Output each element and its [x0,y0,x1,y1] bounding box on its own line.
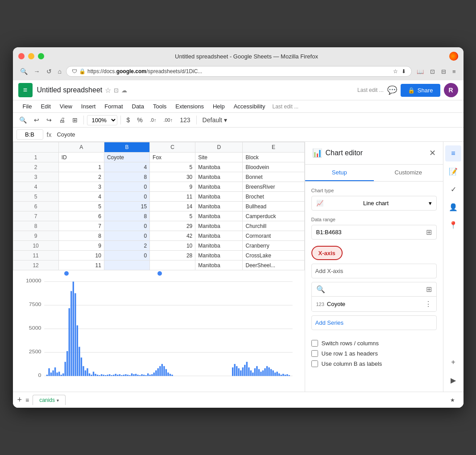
undo-button[interactable]: ↩ [31,115,42,125]
cell-c10[interactable]: 10 [150,241,195,251]
col-header-b[interactable]: B [104,142,149,153]
cell-d4[interactable]: Manitoba [195,182,243,192]
star-favorite-icon[interactable]: ☆ [105,86,111,95]
tasks-toolbar-button[interactable]: ✓ [445,181,461,197]
cell-d2[interactable]: Manitoba [195,162,243,172]
cell-a10[interactable]: 9 [58,241,104,251]
cell-b4[interactable]: 0 [104,182,149,192]
cell-a9[interactable]: 8 [58,231,104,241]
tab-setup[interactable]: Setup [305,165,374,181]
cell-c4[interactable]: 9 [150,182,195,192]
cell-d8[interactable]: Manitoba [195,221,243,231]
search-toolbar-button[interactable]: 🔍 [17,115,29,125]
cell-d3[interactable]: Manitoba [195,172,243,182]
menu-data[interactable]: Data [128,100,149,112]
cell-c3[interactable]: 30 [150,172,195,182]
extensions-button[interactable]: ≡ [450,67,458,76]
cell-c6[interactable]: 14 [150,202,195,211]
cell-b8[interactable]: 0 [104,221,149,231]
menu-extensions[interactable]: Extensions [171,100,208,112]
cell-e12[interactable]: DeerSheel... [243,261,304,270]
minimize-window-button[interactable] [28,53,34,59]
cell-e9[interactable]: Cormorant [243,231,304,241]
cell-e10[interactable]: Cranberry [243,241,304,251]
col-header-e[interactable]: E [243,142,304,153]
use-row1-checkbox[interactable] [311,350,318,357]
decimal-less-button[interactable]: .0↑ [147,116,159,124]
cell-d7[interactable]: Manitoba [195,211,243,221]
menu-edit[interactable]: Edit [36,100,55,112]
share-button[interactable]: 🔒 Share [401,84,440,97]
cell-a12[interactable]: 11 [58,261,104,270]
menu-insert[interactable]: Insert [77,100,100,112]
cell-a5[interactable]: 4 [58,192,104,202]
pip-button[interactable]: ⊡ [428,67,437,76]
cell-d9[interactable]: Manitoba [195,231,243,241]
contacts-toolbar-button[interactable]: 👤 [445,199,461,215]
chart-type-select[interactable]: 📈 Line chart ▾ [311,196,437,211]
cell-b9[interactable]: 0 [104,231,149,241]
cell-b12[interactable] [104,261,149,270]
cell-c11[interactable]: 28 [150,251,195,261]
percent-format-button[interactable]: % [134,115,145,125]
col-header-d[interactable]: D [195,142,243,153]
cell-c7[interactable]: 5 [150,211,195,221]
cell-e2[interactable]: Bloodvein [243,162,304,172]
cell-e11[interactable]: CrossLake [243,251,304,261]
menu-view[interactable]: View [55,100,77,112]
reading-view-button[interactable]: 📖 [414,67,426,76]
sheet-list-button[interactable]: ≡ [25,397,29,404]
series-item-coyote[interactable]: 123 Coyote ⋮ [312,297,436,311]
redo-button[interactable]: ↪ [44,115,54,125]
series-more-button[interactable]: ⋮ [425,300,432,308]
sidebar-button[interactable]: ⊟ [439,67,448,76]
cell-a4[interactable]: 3 [58,182,104,192]
close-window-button[interactable] [18,53,25,59]
sheets-toolbar-button[interactable]: ≡ [445,145,461,161]
cell-d1[interactable]: Site [195,153,243,162]
cell-a1[interactable]: ID [58,153,104,162]
cell-c12[interactable] [150,261,195,270]
switch-rows-checkbox[interactable] [311,340,318,347]
cell-e3[interactable]: Bonnet [243,172,304,182]
zoom-select[interactable]: 100% 75% 125% [87,115,117,125]
print-button[interactable]: 🖨 [56,115,68,125]
number-format-button[interactable]: 123 [177,115,193,125]
chart-handle-top-left[interactable] [64,271,69,276]
address-bar[interactable]: 🛡 🔒 https://docs.google.com/spreadsheets… [66,66,412,77]
cell-d5[interactable]: Manitoba [195,192,243,202]
cell-d6[interactable]: Manitoba [195,202,243,211]
chart-editor-close-button[interactable]: ✕ [429,148,436,158]
cell-e1[interactable]: Block [243,153,304,162]
cell-a11[interactable]: 10 [58,251,104,261]
cell-d12[interactable]: Manitoba [195,261,243,270]
explore-bottom-button[interactable]: ★ [447,394,459,406]
cell-b7[interactable]: 8 [104,211,149,221]
cell-a6[interactable]: 5 [58,202,104,211]
back-button[interactable]: 🔍 [18,67,29,76]
cell-b2[interactable]: 4 [104,162,149,172]
cell-c5[interactable]: 11 [150,192,195,202]
maps-toolbar-button[interactable]: 📍 [445,217,461,233]
font-select-button[interactable]: Default ▾ [200,115,230,125]
cell-a2[interactable]: 1 [58,162,104,172]
sheet-tab-canids[interactable]: canids ▾ [33,395,66,405]
cell-b5[interactable]: 0 [104,192,149,202]
col-header-c[interactable]: C [150,142,195,153]
cell-c9[interactable]: 42 [150,231,195,241]
cell-e5[interactable]: Brochet [243,192,304,202]
decimal-more-button[interactable]: .00↑ [161,116,175,124]
menu-tools[interactable]: Tools [149,100,171,112]
cell-c1[interactable]: Fox [150,153,195,162]
cell-c8[interactable]: 29 [150,221,195,231]
doc-title[interactable]: Untitled spreadsheet [37,86,103,94]
forward-button[interactable]: → [32,67,42,76]
explore-button[interactable]: ▶ [445,372,461,388]
cell-c2[interactable]: 5 [150,162,195,172]
maximize-window-button[interactable] [38,53,44,59]
cell-e7[interactable]: Camperduck [243,211,304,221]
chart-handle-top-right[interactable] [157,271,162,276]
cell-reference[interactable]: B:B [17,129,43,140]
x-axis-badge[interactable]: X-axis [311,246,343,260]
menu-help[interactable]: Help [208,100,229,112]
